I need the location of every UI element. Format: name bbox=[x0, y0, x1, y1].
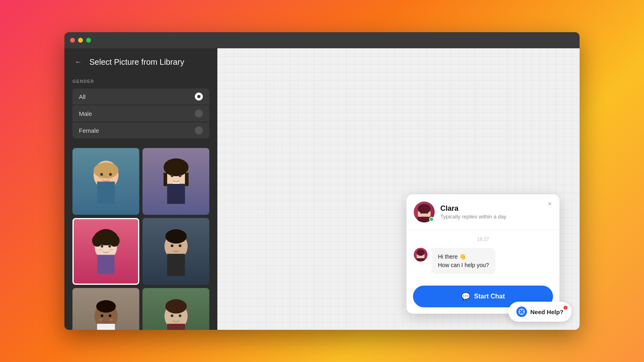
svg-point-2 bbox=[93, 162, 118, 178]
svg-point-31 bbox=[96, 300, 116, 313]
chat-widget: × bbox=[407, 194, 559, 314]
svg-point-38 bbox=[165, 299, 186, 313]
svg-point-23 bbox=[99, 249, 103, 251]
svg-point-19 bbox=[97, 229, 116, 241]
svg-point-41 bbox=[179, 314, 182, 317]
radio-all-circle bbox=[195, 93, 203, 101]
radio-male-label: Male bbox=[79, 110, 92, 117]
chat-header: Clara Typically replies within a day bbox=[407, 194, 559, 230]
message-bubble: Hi there 👋How can I help you? bbox=[431, 248, 495, 274]
svg-point-28 bbox=[171, 244, 173, 247]
back-button[interactable]: ← bbox=[72, 56, 84, 68]
need-help-icon bbox=[516, 306, 527, 317]
start-chat-icon: 💬 bbox=[461, 292, 470, 301]
photo-item-2[interactable] bbox=[142, 148, 209, 215]
svg-point-3 bbox=[100, 173, 103, 176]
gender-label: GENDER bbox=[72, 79, 209, 84]
photo-item-6[interactable] bbox=[142, 288, 209, 330]
svg-point-46 bbox=[426, 212, 428, 214]
svg-point-36 bbox=[109, 319, 113, 320]
svg-rect-11 bbox=[167, 184, 185, 204]
svg-point-48 bbox=[417, 249, 425, 256]
svg-point-6 bbox=[109, 177, 113, 179]
chat-timestamp: 16:27 bbox=[414, 237, 552, 242]
svg-point-5 bbox=[99, 177, 102, 179]
online-indicator bbox=[429, 217, 434, 222]
chat-agent-info: Clara Typically replies within a day bbox=[440, 204, 552, 220]
svg-point-35 bbox=[99, 319, 102, 320]
titlebar bbox=[64, 32, 580, 48]
notification-dot bbox=[564, 306, 568, 310]
svg-point-53 bbox=[523, 311, 524, 313]
svg-point-8 bbox=[163, 158, 188, 176]
chat-close-button[interactable]: × bbox=[546, 200, 554, 208]
svg-rect-1 bbox=[97, 181, 115, 204]
svg-point-43 bbox=[418, 204, 431, 214]
panel-header: ← Select Picture from Library bbox=[72, 56, 209, 68]
radio-female[interactable]: Female bbox=[72, 122, 209, 138]
gender-radio-group: All Male Female bbox=[72, 88, 209, 138]
svg-point-33 bbox=[101, 314, 103, 317]
svg-point-29 bbox=[179, 244, 182, 247]
svg-point-26 bbox=[165, 229, 186, 243]
svg-point-52 bbox=[520, 311, 521, 313]
close-dot[interactable] bbox=[70, 38, 75, 43]
svg-point-45 bbox=[421, 212, 423, 214]
radio-male-circle bbox=[195, 109, 203, 117]
photo-grid bbox=[72, 148, 209, 330]
svg-rect-27 bbox=[167, 254, 185, 276]
left-panel: ← Select Picture from Library GENDER All… bbox=[64, 48, 217, 330]
chat-agent-status: Typically replies within a day bbox=[440, 214, 552, 220]
photo-item-4[interactable] bbox=[142, 218, 209, 285]
svg-point-54 bbox=[521, 313, 522, 314]
chat-body: 16:27 Hi there 👋How can I help you? bbox=[407, 230, 559, 281]
radio-female-label: Female bbox=[79, 127, 99, 134]
app-window: ← Select Picture from Library GENDER All… bbox=[64, 32, 580, 330]
panel-title: Select Picture from Library bbox=[89, 58, 184, 67]
svg-rect-49 bbox=[417, 258, 425, 261]
chat-avatar-container bbox=[414, 202, 435, 222]
radio-male[interactable]: Male bbox=[72, 105, 209, 121]
window-body: ← Select Picture from Library GENDER All… bbox=[64, 48, 580, 330]
svg-point-22 bbox=[108, 245, 111, 247]
radio-female-circle bbox=[195, 126, 203, 134]
svg-point-13 bbox=[179, 174, 182, 177]
svg-rect-14 bbox=[173, 182, 179, 183]
svg-rect-10 bbox=[185, 173, 188, 186]
svg-point-24 bbox=[109, 249, 113, 251]
radio-all-label: All bbox=[79, 93, 86, 100]
minimize-dot[interactable] bbox=[78, 38, 83, 43]
svg-point-34 bbox=[109, 314, 111, 317]
svg-rect-9 bbox=[163, 173, 167, 186]
radio-all[interactable]: All bbox=[72, 88, 209, 105]
chat-agent-name: Clara bbox=[440, 204, 552, 213]
svg-point-40 bbox=[171, 314, 173, 317]
traffic-lights bbox=[70, 38, 91, 43]
photo-item-3[interactable] bbox=[72, 218, 139, 285]
need-help-label: Need Help? bbox=[530, 309, 564, 315]
message-avatar bbox=[414, 248, 427, 261]
svg-rect-39 bbox=[167, 324, 185, 330]
svg-rect-32 bbox=[97, 324, 115, 330]
start-chat-label: Start Chat bbox=[474, 293, 505, 300]
svg-point-21 bbox=[101, 245, 103, 247]
svg-point-51 bbox=[521, 310, 522, 311]
photo-item-1[interactable] bbox=[72, 148, 139, 215]
maximize-dot[interactable] bbox=[86, 38, 91, 43]
chat-message-row: Hi there 👋How can I help you? bbox=[414, 248, 552, 274]
photo-item-5[interactable] bbox=[72, 288, 139, 330]
svg-point-4 bbox=[109, 173, 112, 176]
right-panel: × bbox=[217, 48, 580, 330]
svg-rect-20 bbox=[97, 255, 115, 274]
svg-point-12 bbox=[171, 174, 173, 177]
need-help-button[interactable]: Need Help? bbox=[508, 302, 572, 322]
